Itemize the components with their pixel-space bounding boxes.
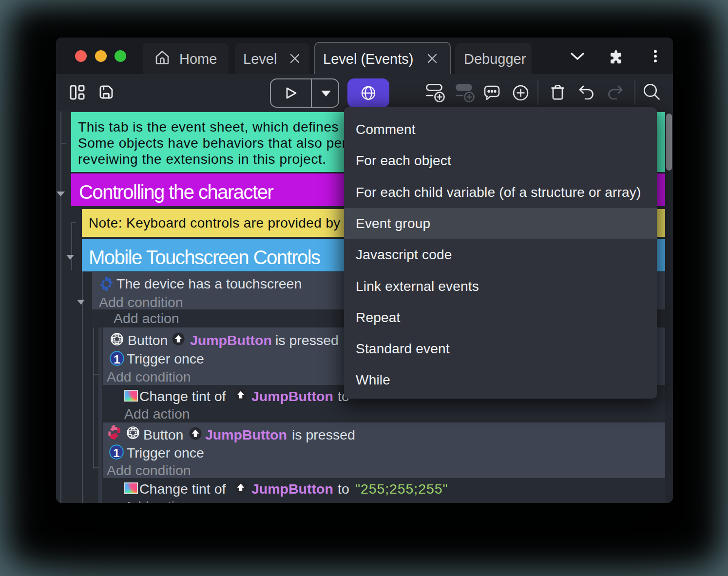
svg-text:1: 1: [113, 446, 119, 460]
svg-text:1: 1: [114, 353, 120, 366]
